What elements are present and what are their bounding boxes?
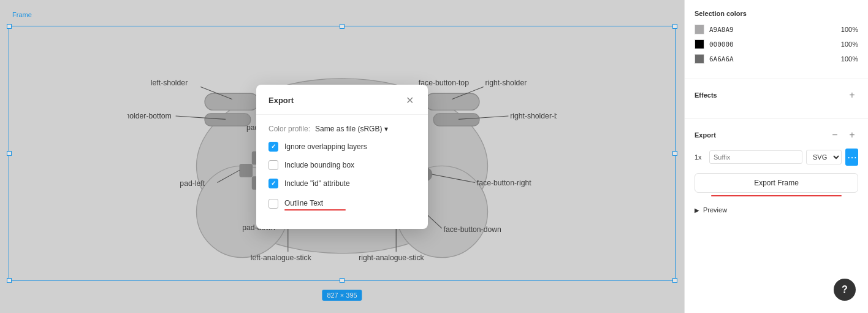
modal-body: Color profile: Same as file (sRGB) ▾ ✓ I…	[256, 115, 428, 229]
color-row-2: 6A6A6A 100%	[695, 54, 858, 64]
export-format-select[interactable]: SVG PNG JPG PDF	[806, 150, 842, 164]
color-swatch-0[interactable]	[695, 25, 704, 34]
ignore-overlapping-row: ✓ Ignore overlapping layers	[268, 142, 416, 152]
include-id-label: Include "id" attribute	[284, 179, 350, 188]
color-profile-dropdown[interactable]: Same as file (sRGB) ▾	[315, 125, 388, 133]
modal-title: Export	[268, 96, 294, 105]
outline-text-underline	[284, 209, 346, 211]
effects-header: Effects +	[695, 89, 858, 101]
include-bounding-box-label: Include bounding box	[284, 161, 354, 169]
outline-text-row: Outline Text	[268, 197, 416, 211]
preview-label: Preview	[703, 206, 727, 214]
color-swatch-2[interactable]	[695, 54, 704, 64]
modal-header: Export ✕	[256, 85, 428, 115]
canvas-area: Frame	[0, 0, 684, 313]
selection-colors-header: Selection colors	[695, 10, 858, 17]
preview-row: ▶ Preview	[695, 204, 858, 214]
export-scale: 1x	[695, 153, 706, 161]
color-profile-label: Color profile:	[268, 125, 310, 133]
color-row-1: 000000 100%	[695, 39, 858, 49]
help-button[interactable]: ?	[834, 279, 856, 301]
color-hex-0: A9A8A9	[709, 26, 836, 34]
export-frame-underline	[711, 195, 842, 196]
help-icon: ?	[842, 284, 848, 295]
more-dots-icon: ⋯	[847, 152, 857, 163]
export-section: Export − + 1x SVG PNG JPG PDF ⋯ Export F…	[685, 119, 868, 223]
color-row-0: A9A8A9 100%	[695, 25, 858, 34]
color-opacity-0: 100%	[841, 26, 858, 33]
effects-section: Effects +	[685, 79, 868, 119]
ignore-overlapping-checkbox[interactable]: ✓	[268, 142, 278, 152]
outline-text-checkbox[interactable]	[268, 199, 278, 209]
modal-close-button[interactable]: ✕	[403, 95, 416, 107]
export-header: Export − +	[695, 129, 858, 141]
selection-colors-title: Selection colors	[695, 10, 747, 17]
color-rows: A9A8A9 100% 000000 100% 6A6A6A 100%	[695, 25, 858, 64]
effects-add-button[interactable]: +	[846, 89, 858, 101]
export-frame-button[interactable]: Export Frame	[695, 173, 858, 193]
include-bounding-box-checkbox[interactable]	[268, 160, 278, 170]
export-config-row: 1x SVG PNG JPG PDF ⋯	[695, 149, 858, 166]
export-title: Export	[695, 131, 716, 139]
include-id-row: ✓ Include "id" attribute	[268, 179, 416, 188]
outline-text-label: Outline Text	[284, 199, 323, 207]
color-profile-value: Same as file (sRGB)	[315, 125, 382, 133]
include-id-checkbox[interactable]: ✓	[268, 179, 278, 188]
export-add-button[interactable]: +	[846, 129, 858, 141]
export-modal: Export ✕ Color profile: Same as file (sR…	[256, 85, 428, 229]
modal-overlay: Export ✕ Color profile: Same as file (sR…	[0, 0, 684, 313]
dropdown-chevron-icon: ▾	[384, 125, 388, 133]
export-suffix-input[interactable]	[709, 150, 802, 164]
color-swatch-1[interactable]	[695, 39, 704, 49]
color-opacity-2: 100%	[841, 55, 858, 63]
export-more-button[interactable]: ⋯	[845, 149, 858, 166]
export-minus-button[interactable]: −	[829, 129, 841, 141]
effects-title: Effects	[695, 91, 717, 99]
include-bounding-box-row: Include bounding box	[268, 160, 416, 170]
color-opacity-1: 100%	[841, 41, 858, 48]
preview-arrow-icon: ▶	[695, 207, 699, 214]
color-profile-row: Color profile: Same as file (sRGB) ▾	[268, 125, 416, 133]
right-panel: Selection colors A9A8A9 100% 000000 100%…	[684, 0, 868, 313]
color-hex-2: 6A6A6A	[709, 55, 836, 63]
ignore-overlapping-label: Ignore overlapping layers	[284, 142, 367, 151]
color-hex-1: 000000	[709, 41, 836, 48]
selection-colors-section: Selection colors A9A8A9 100% 000000 100%…	[685, 0, 868, 79]
